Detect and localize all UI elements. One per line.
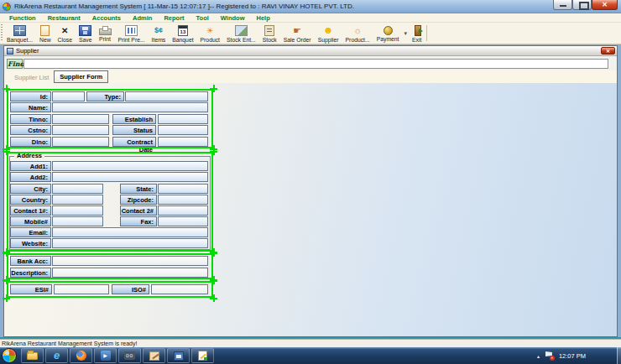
bank-acc-input[interactable] [52,256,208,266]
zipcode-input[interactable] [158,195,208,205]
establish-date-input[interactable] [158,114,208,124]
add1-label: Add1: [10,161,51,171]
name-label: Name: [10,102,51,112]
contract-date-label: Contract Date [112,137,156,147]
cstno-label: Cstno: [10,125,51,135]
app-title: RikArena Restaurant Management System [ … [14,3,354,10]
esi-label: ESI# [10,284,52,294]
start-button[interactable] [2,348,17,363]
find-bar: Find [4,56,617,70]
status-bar: RikArena Restaurant Management System is… [0,339,621,347]
add1-input[interactable] [52,161,208,171]
toolbar-exit-button[interactable]: Exit [409,23,425,44]
type-input[interactable] [125,91,208,101]
toolbar-new-button[interactable]: New [36,23,55,44]
id-input[interactable] [52,91,85,101]
tinno-label: Tinno: [10,114,51,124]
toolbar-stock-button[interactable]: Stock [259,23,280,44]
taskbar-clock[interactable]: 12:07 PM [559,352,586,360]
banquet-grid-icon [13,25,26,36]
close-button[interactable] [592,0,618,10]
maximize-button[interactable] [572,0,592,10]
tab-supplier-list[interactable]: Supplier List [9,72,54,83]
supplier-window-title: Supplier [16,47,39,55]
toolbar-separator [426,25,427,41]
contract-date-input[interactable] [158,137,208,147]
taskbar: e ▶ oo ▴ 12:07 PM [0,347,621,364]
toolbar-sale-order-button[interactable]: Sale Order [280,23,315,44]
tinno-input[interactable] [52,114,109,124]
editor-icon [198,351,207,361]
supplier-window: Supplier Find Supplier List Supplier For… [3,45,618,337]
contact1-input[interactable] [52,205,103,216]
action-center-flag-icon[interactable] [545,351,553,360]
taskbar-link-button[interactable]: oo [118,348,141,363]
iso-input[interactable] [151,284,208,294]
minimize-button[interactable] [553,0,572,10]
toolbar-print-preview-button[interactable]: Print Pre... [115,23,149,44]
toolbar-product2-button[interactable]: Product... [342,23,373,44]
toolbar-items-button[interactable]: Items [149,23,170,44]
status-label: Status [112,125,156,135]
esi-input[interactable] [54,284,109,294]
app-icon [3,3,11,11]
menu-item-tool[interactable]: Tool [190,14,215,22]
toolbar-close-button[interactable]: Close [55,23,76,44]
taskbar-editor-button[interactable] [191,348,214,363]
show-desktop-button[interactable] [617,347,621,364]
find-input[interactable] [23,59,608,69]
taskbar-app-window-button[interactable] [167,348,190,363]
find-label: Find [7,59,23,69]
toolbar-overflow-icon[interactable]: ▾ [403,30,410,37]
state-input[interactable] [158,184,208,194]
toolbar-banquet-button[interactable]: Banquet [169,23,196,44]
toolbar-product-button[interactable]: Product [197,23,223,44]
taskbar-explorer-button[interactable] [21,348,44,363]
menu-item-admin[interactable]: Admin [127,14,158,22]
tab-supplier-form[interactable]: Supplier Form [54,70,108,83]
bank-acc-label: Bank Acc: [10,256,51,266]
menu-item-function[interactable]: Function [3,14,42,22]
description-input[interactable] [52,268,208,278]
fax-input[interactable] [158,216,208,226]
internet-explorer-icon: e [54,350,60,361]
menu-bar: Function Restaurant Accounts Admin Repor… [0,13,621,23]
toolbar-grip[interactable] [1,24,3,42]
menu-item-accounts[interactable]: Accounts [86,14,127,22]
paint-icon [149,351,159,361]
toolbar-payment-button[interactable]: Payment [373,23,403,44]
toolbar-supplier-button[interactable]: Supplier [315,23,342,44]
menu-item-restaurant[interactable]: Restaurant [42,14,86,22]
taskbar-internet-explorer-button[interactable]: e [45,348,68,363]
explorer-folder-icon [27,352,38,360]
toolbar-banquet-list-button[interactable]: Banquet... [3,23,36,44]
name-input[interactable] [52,102,208,112]
contact2-input[interactable] [158,205,208,216]
city-input[interactable] [52,184,103,194]
firefox-icon [76,351,86,361]
mobile-input[interactable] [52,216,103,226]
supplier-form-area: Id: Type: Name: Tinno: Establish Date Cs… [4,83,617,336]
calendar-icon [178,25,188,36]
supplier-close-button[interactable] [601,47,615,55]
tray-chevron-icon[interactable]: ▴ [537,353,540,359]
toolbar-print-button[interactable]: Print [96,23,115,44]
taskbar-media-player-button[interactable]: ▶ [94,348,117,363]
country-input[interactable] [52,195,103,205]
menu-item-window[interactable]: Window [215,14,251,22]
email-input[interactable] [52,227,208,237]
add2-input[interactable] [52,172,208,182]
taskbar-firefox-button[interactable] [70,348,92,363]
menu-item-help[interactable]: Help [251,14,276,22]
link-icon: oo [124,351,135,360]
status-input[interactable] [158,125,208,135]
cstno-input[interactable] [52,125,109,135]
dlno-input[interactable] [52,137,109,147]
website-label: Website: [10,238,51,248]
taskbar-paint-button[interactable] [143,348,165,363]
toolbar-stock-entry-button[interactable]: Stock Ent... [223,23,259,44]
stock-entry-icon [235,25,248,36]
toolbar-save-button[interactable]: Save [76,23,96,44]
menu-item-report[interactable]: Report [158,14,190,22]
website-input[interactable] [52,238,208,248]
